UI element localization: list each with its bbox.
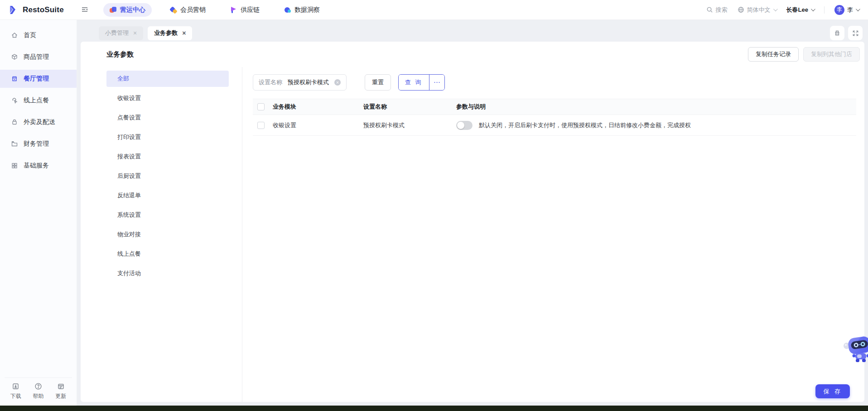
update-button[interactable]: 更新: [55, 382, 66, 400]
query-button[interactable]: 查 询: [399, 75, 429, 90]
category-item[interactable]: 点餐设置: [106, 110, 229, 126]
supply-chain-icon: [230, 6, 237, 14]
operations-icon: [110, 6, 117, 14]
settings-content: 设置名称 预授权刷卡模式 × 重置 查 询 ⋯: [243, 67, 864, 402]
row-checkbox[interactable]: [257, 122, 265, 129]
globe-icon: [738, 6, 744, 13]
tab-close-icon[interactable]: ×: [182, 30, 186, 36]
language-selector[interactable]: 简体中文: [738, 6, 776, 14]
more-filters-button[interactable]: ⋯: [429, 75, 444, 90]
save-button[interactable]: 保 存: [815, 384, 850, 398]
table-header-row: 业务模块 设置名称 参数与说明: [253, 99, 856, 115]
sidebar-item-home[interactable]: 首页: [0, 26, 77, 44]
main-area: 小费管理 × 业务参数 × 业务参数 复制任务记录 复制: [77, 20, 868, 406]
category-item[interactable]: 报表设置: [106, 148, 229, 165]
chevron-down-icon: [811, 7, 815, 11]
setting-description: 默认关闭，开启后刷卡支付时，使用预授权模式，日结前修改小费金额，完成授权: [479, 121, 691, 129]
category-item[interactable]: 系统设置: [106, 207, 229, 223]
category-item[interactable]: 物业对接: [106, 226, 229, 243]
storefront-icon: [11, 75, 18, 82]
cell-setting: 预授权刷卡模式: [363, 121, 456, 129]
nav-label: 营运中心: [120, 6, 145, 14]
sidebar-item-label: 财务管理: [24, 140, 49, 148]
user-name: 李: [847, 6, 853, 14]
copy-task-log-button[interactable]: 复制任务记录: [748, 47, 799, 62]
app-title: RestoSuite: [23, 5, 64, 14]
download-button[interactable]: 下载: [10, 382, 21, 400]
category-item[interactable]: 收银设置: [106, 90, 229, 106]
update-label: 更新: [55, 392, 66, 400]
sidebar-item-label: 餐厅管理: [24, 75, 49, 83]
download-label: 下载: [10, 392, 21, 400]
fullscreen-button[interactable]: [848, 26, 863, 40]
top-right-cluster: 搜索 简体中文 长春Lee 李 李: [706, 5, 868, 15]
marketing-icon: [170, 6, 177, 14]
tab-business-parameters[interactable]: 业务参数 ×: [148, 26, 192, 40]
store-selector[interactable]: 长春Lee: [786, 6, 814, 14]
nav-operations-center[interactable]: 营运中心: [103, 3, 152, 17]
select-all-checkbox[interactable]: [257, 103, 265, 110]
sidebar-item-finance[interactable]: 财务管理: [0, 135, 77, 153]
sidebar-item-delivery[interactable]: 外卖及配送: [0, 113, 77, 131]
help-label: 帮助: [33, 392, 43, 400]
help-icon: [34, 382, 42, 390]
sidebar-item-basic-services[interactable]: 基础服务: [0, 157, 77, 175]
panel-header: 业务参数 复制任务记录 复制到其他门店: [81, 42, 864, 67]
nav-member-marketing[interactable]: 会员营销: [164, 3, 212, 17]
nav-label: 会员营销: [180, 6, 206, 14]
app-logo[interactable]: RestoSuite: [0, 5, 77, 15]
tab-tip-management[interactable]: 小费管理 ×: [99, 26, 143, 40]
page-title: 业务参数: [106, 50, 134, 59]
user-menu[interactable]: 李 李: [834, 5, 859, 15]
category-item[interactable]: 后厨设置: [106, 168, 229, 184]
filter-row: 设置名称 预授权刷卡模式 × 重置 查 询 ⋯: [253, 74, 856, 91]
sidebar-item-online-order[interactable]: 线上点餐: [0, 91, 77, 110]
search-button[interactable]: 搜索: [706, 6, 728, 14]
sidebar-item-label: 首页: [24, 31, 36, 39]
desktop-taskbar: [0, 406, 868, 411]
category-panel: 全部 收银设置 点餐设置 打印设置 报表设置 后厨设置 反结退单 系统设置 物业…: [81, 67, 242, 402]
category-item[interactable]: 线上点餐: [106, 246, 229, 262]
tab-close-icon[interactable]: ×: [133, 30, 137, 36]
row-checkbox-cell: [253, 122, 273, 129]
reset-button[interactable]: 重置: [365, 74, 391, 91]
sidebar-item-restaurant[interactable]: 餐厅管理: [0, 70, 77, 88]
category-item[interactable]: 打印设置: [106, 129, 229, 145]
tab-actions: [830, 26, 863, 40]
tab-label: 业务参数: [154, 29, 178, 37]
category-item[interactable]: 支付活动: [106, 265, 229, 282]
header-checkbox-cell: [253, 103, 273, 110]
column-header-setting: 设置名称: [363, 103, 456, 111]
category-item-all[interactable]: 全部: [106, 71, 229, 87]
panel-body: 全部 收银设置 点餐设置 打印设置 报表设置 后厨设置 反结退单 系统设置 物业…: [81, 67, 864, 402]
clear-tabs-icon: [834, 29, 841, 37]
sidebar-item-label: 基础服务: [24, 162, 49, 170]
sidebar-collapse-icon[interactable]: [81, 5, 90, 14]
setting-toggle[interactable]: [456, 121, 473, 130]
sidebar-menu: 首页 商品管理 餐厅管理 线上点餐 外卖及配送 财务管理: [0, 20, 77, 378]
search-icon: [706, 6, 713, 13]
store-label: 长春Lee: [786, 6, 808, 14]
category-item[interactable]: 反结退单: [106, 187, 229, 204]
help-button[interactable]: 帮助: [33, 382, 43, 400]
nav-label: 供应链: [241, 6, 260, 14]
copy-to-other-stores-button[interactable]: 复制到其他门店: [803, 47, 860, 62]
nav-data-insights[interactable]: 数据洞察: [278, 3, 326, 17]
language-label: 简体中文: [747, 6, 771, 14]
settings-table: 业务模块 设置名称 参数与说明 收银设置 预授权刷卡模式: [253, 99, 856, 136]
sidebar-item-goods[interactable]: 商品管理: [0, 48, 77, 66]
chevron-down-icon: [856, 7, 860, 11]
home-icon: [11, 32, 18, 39]
query-button-group: 查 询 ⋯: [398, 74, 445, 91]
setting-name-filter[interactable]: 设置名称 预授权刷卡模式 ×: [253, 74, 347, 91]
nav-supply-chain[interactable]: 供应链: [224, 3, 266, 17]
toggle-knob: [457, 122, 464, 129]
nav-label: 数据洞察: [294, 6, 320, 14]
clear-tabs-button[interactable]: [830, 26, 844, 40]
logo-icon: [8, 5, 19, 15]
mascot-robot[interactable]: [842, 335, 868, 364]
sidebar: 首页 商品管理 餐厅管理 线上点餐 外卖及配送 财务管理: [0, 20, 77, 406]
changelog-icon: [57, 382, 65, 390]
primary-nav: 营运中心 会员营销 供应链 数据洞察: [103, 3, 326, 17]
clear-filter-icon[interactable]: ×: [334, 79, 341, 86]
